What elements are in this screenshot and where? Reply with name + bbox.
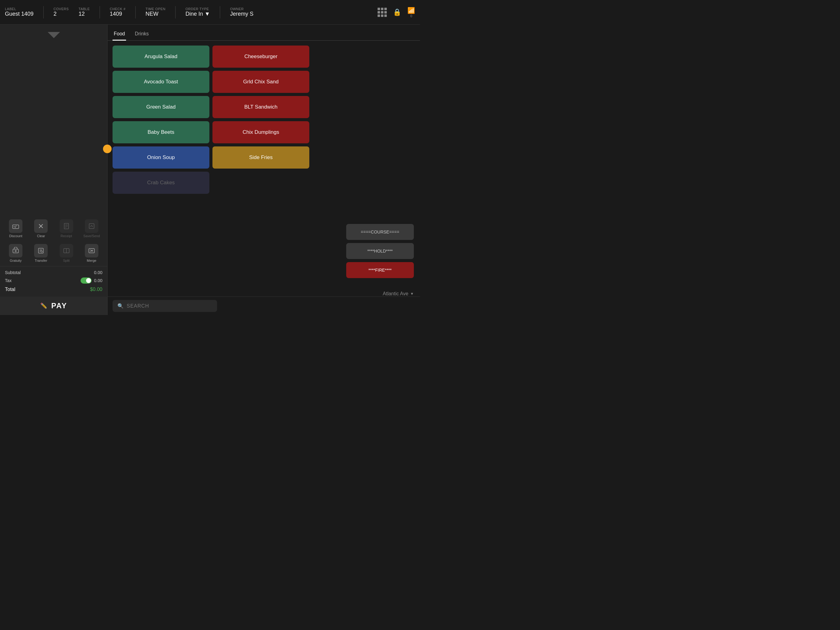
receipt-button[interactable]: Receipt [54, 217, 78, 240]
header: LABEL Guest 1409 COVERS 2 TABLE 12 CHECK… [0, 0, 420, 25]
grid-dot [377, 14, 380, 17]
subtotal-row: Subtotal 0.00 [5, 269, 103, 276]
header-divider-1 [43, 6, 44, 19]
total-value: $0.00 [90, 287, 103, 292]
tab-drinks[interactable]: Drinks [133, 28, 150, 41]
svg-point-1 [14, 226, 15, 227]
wifi-count: 0 [410, 14, 412, 18]
save-send-icon [85, 219, 98, 233]
menu-item-avocado-toast[interactable]: Avocado Toast [112, 71, 209, 93]
transfer-button[interactable]: Transfer [29, 242, 53, 265]
header-owner-field: OWNER Jeremy S [230, 7, 253, 17]
check-value: 1409 [110, 11, 125, 17]
split-label: Split [63, 259, 69, 263]
wifi-icon: 📶 [407, 7, 415, 14]
total-label: Total [5, 287, 15, 292]
grid-dot [377, 11, 380, 14]
header-covers-field: COVERS 2 [54, 7, 69, 17]
location-value: Atlantic Ave [383, 291, 408, 296]
gratuity-button[interactable]: Gratuity [4, 242, 28, 265]
order-area [0, 25, 107, 213]
grid-icon[interactable] [377, 8, 387, 17]
check-label: CHECK # [110, 7, 125, 11]
header-divider-5 [220, 6, 220, 19]
subtotal-value: 0.00 [94, 270, 103, 275]
gratuity-label: Gratuity [10, 259, 22, 263]
menu-tabs: Food Drinks [107, 25, 420, 41]
header-time-field: TIME OPEN NEW [145, 7, 166, 17]
menu-item-chix-dumplings[interactable]: Chix Dumplings [212, 121, 309, 143]
grid-dot [381, 8, 384, 10]
location-bar[interactable]: Atlantic Ave ▼ [383, 291, 414, 296]
fire-button[interactable]: ****FIRE**** [346, 262, 414, 278]
split-button[interactable]: Split [54, 242, 78, 265]
header-check-field: CHECK # 1409 [110, 7, 125, 17]
search-icon: 🔍 [117, 303, 123, 309]
receipt-label: Receipt [61, 234, 72, 238]
arrow-down-icon [47, 32, 60, 38]
owner-value: Jeremy S [230, 11, 253, 17]
grid-dot [381, 11, 384, 14]
pay-icon: ✏️ [40, 302, 47, 309]
tax-row: Tax 0.00 [5, 276, 103, 285]
svg-point-11 [15, 250, 16, 252]
discount-button[interactable]: Discount [4, 217, 28, 240]
menu-item-crab-cakes[interactable]: Crab Cakes [112, 172, 209, 194]
time-open-label: TIME OPEN [145, 7, 166, 11]
table-value: 12 [79, 11, 90, 17]
subtotal-label: Subtotal [5, 270, 21, 275]
pay-label: PAY [51, 301, 67, 310]
hold-button[interactable]: ****HOLD**** [346, 243, 414, 259]
search-input-wrap: 🔍 [112, 300, 217, 312]
tab-food[interactable]: Food [112, 28, 126, 41]
lock-icon[interactable]: 🔒 [393, 8, 401, 16]
tax-toggle[interactable] [81, 277, 92, 283]
header-divider-2 [99, 6, 100, 19]
totals-section: Subtotal 0.00 Tax 0.00 Total $0.00 [0, 266, 107, 296]
menu-item-arugula-salad[interactable]: Arugula Salad [112, 46, 209, 68]
table-label: TABLE [79, 7, 90, 11]
gratuity-icon [9, 244, 22, 258]
search-input[interactable] [127, 303, 188, 309]
tax-label: Tax [5, 278, 12, 283]
transfer-icon [34, 244, 47, 258]
total-row: Total $0.00 [5, 285, 103, 294]
menu-item-blt-sandwich[interactable]: BLT Sandwich [212, 96, 309, 118]
transfer-label: Transfer [35, 259, 47, 263]
main-layout: Discount Clear [0, 25, 420, 315]
covers-label: COVERS [54, 7, 69, 11]
search-bar: 🔍 [107, 296, 420, 315]
discount-label: Discount [9, 234, 22, 238]
save-send-label: Save/Send [83, 234, 100, 238]
split-icon [60, 244, 73, 258]
header-order-type-field[interactable]: ORDER TYPE Dine In ▼ [185, 7, 210, 17]
label-label: LABEL [5, 7, 33, 11]
menu-item-side-fries[interactable]: Side Fries [212, 146, 309, 169]
clear-icon [34, 219, 47, 233]
wifi-area: 📶 0 [407, 7, 415, 18]
clear-button[interactable]: Clear [29, 217, 53, 240]
svg-line-2 [15, 225, 16, 228]
guest-name: Guest 1409 [5, 11, 33, 17]
header-divider-3 [135, 6, 136, 19]
menu-item-green-salad[interactable]: Green Salad [112, 96, 209, 118]
yellow-dot-indicator [103, 144, 112, 153]
grid-dot [384, 8, 387, 10]
grid-dot [384, 14, 387, 17]
pay-button[interactable]: ✏️ PAY [0, 296, 107, 315]
menu-item-baby-beets[interactable]: Baby Beets [112, 121, 209, 143]
grid-dot [384, 11, 387, 14]
menu-item-cheeseburger[interactable]: Cheeseburger [212, 46, 309, 68]
menu-grid: Arugula Salad Cheeseburger Avocado Toast… [112, 46, 309, 194]
menu-item-grld-chix-sand[interactable]: Grld Chix Sand [212, 71, 309, 93]
svg-rect-9 [89, 224, 94, 229]
save-send-button[interactable]: Save/Send [80, 217, 104, 240]
order-type-label: ORDER TYPE [185, 7, 210, 11]
time-open-value: NEW [145, 11, 166, 17]
course-button[interactable]: ====COURSE==== [346, 224, 414, 240]
header-right-controls: 🔒 📶 0 [377, 7, 415, 18]
menu-item-onion-soup[interactable]: Onion Soup [112, 146, 209, 169]
discount-icon [9, 219, 22, 233]
merge-button[interactable]: Merge [80, 242, 104, 265]
header-label-field: LABEL Guest 1409 [5, 7, 33, 17]
